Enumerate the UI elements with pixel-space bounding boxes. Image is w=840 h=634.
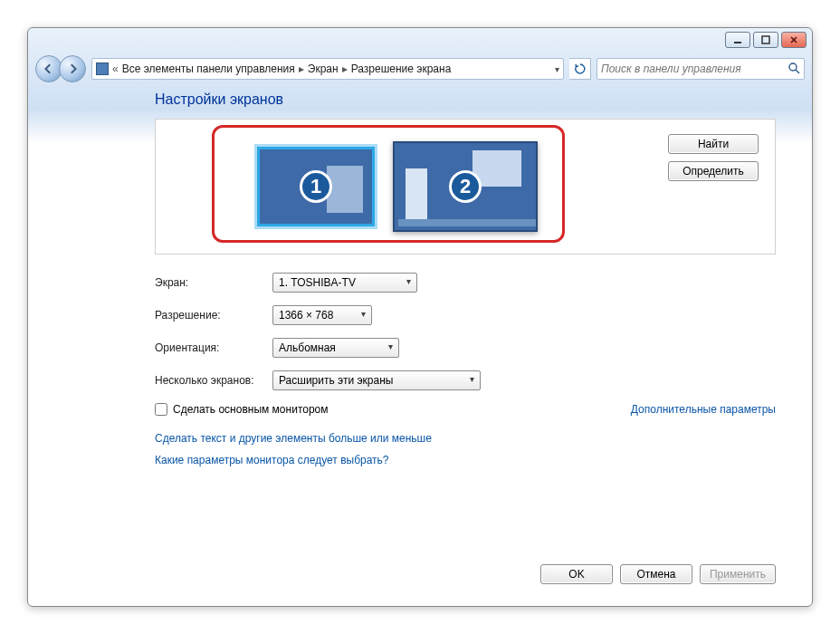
orientation-label: Ориентация: (155, 341, 272, 354)
forward-button[interactable] (59, 55, 86, 82)
orientation-row: Ориентация: Альбомная (155, 338, 776, 358)
breadcrumb[interactable]: « Все элементы панели управления ▸ Экран… (91, 58, 564, 80)
breadcrumb-item[interactable]: Все элементы панели управления (122, 62, 295, 75)
monitor-number-badge: 2 (449, 170, 482, 203)
svg-rect-0 (734, 42, 741, 43)
resolution-select-value: 1366 × 768 (279, 309, 333, 322)
text-size-link[interactable]: Сделать текст и другие элементы больше и… (155, 432, 776, 445)
maximize-button[interactable] (753, 32, 778, 48)
monitor-1[interactable]: 1 (257, 147, 375, 226)
chevron-down-icon[interactable]: ▾ (555, 64, 559, 74)
help-links: Сделать текст и другие элементы больше и… (155, 432, 776, 466)
screen-label: Экран: (155, 276, 272, 289)
screen-row: Экран: 1. TOSHIBA-TV (155, 273, 776, 293)
display-arrangement-panel: 1 2 Найти Определить (155, 119, 776, 255)
display-side-buttons: Найти Определить (639, 120, 775, 254)
page-title: Настройки экранов (155, 91, 776, 108)
resolution-select[interactable]: 1366 × 768 (272, 305, 372, 325)
dialog-buttons: OK Отмена Применить (540, 564, 776, 584)
orientation-select[interactable]: Альбомная (272, 338, 399, 358)
minimize-button[interactable] (725, 32, 750, 48)
close-button[interactable] (781, 32, 807, 48)
monitor-thumbnail-icon (406, 168, 427, 223)
svg-rect-1 (762, 36, 769, 43)
refresh-icon (574, 62, 587, 75)
primary-monitor-label: Сделать основным монитором (173, 403, 329, 416)
monitor-number-badge: 1 (300, 170, 332, 203)
monitors-canvas[interactable]: 1 2 (156, 120, 639, 254)
content-area: Настройки экранов 1 2 Найти Определить (155, 91, 776, 552)
svg-point-2 (789, 63, 797, 71)
primary-monitor-checkbox[interactable] (155, 403, 167, 416)
cancel-button[interactable]: Отмена (620, 564, 692, 584)
address-bar-row: « Все элементы панели управления ▸ Экран… (35, 55, 805, 82)
primary-monitor-row: Сделать основным монитором Дополнительны… (155, 403, 776, 416)
find-button[interactable]: Найти (668, 134, 759, 154)
close-icon (789, 35, 798, 44)
breadcrumb-prefix: « (112, 62, 119, 75)
multi-displays-select-value: Расширить эти экраны (279, 374, 393, 387)
detect-button[interactable]: Определить (668, 161, 759, 181)
arrow-right-icon (67, 63, 78, 74)
screen-select[interactable]: 1. TOSHIBA-TV (272, 273, 417, 293)
maximize-icon (761, 35, 770, 44)
orientation-select-value: Альбомная (279, 341, 336, 354)
search-box[interactable] (597, 58, 805, 80)
control-panel-icon (96, 62, 109, 75)
breadcrumb-item[interactable]: Экран (308, 62, 339, 75)
svg-line-3 (796, 70, 799, 73)
screen-resolution-window: « Все элементы панели управления ▸ Экран… (27, 27, 813, 607)
monitor-taskbar-icon (398, 219, 536, 226)
minimize-icon (733, 35, 742, 44)
chevron-right-icon: ▸ (299, 62, 304, 75)
monitor-2[interactable]: 2 (393, 141, 538, 232)
chevron-right-icon: ▸ (342, 62, 348, 75)
refresh-button[interactable] (569, 58, 591, 80)
multi-displays-row: Несколько экранов: Расширить эти экраны (155, 370, 776, 390)
arrow-left-icon (43, 63, 54, 74)
breadcrumb-item[interactable]: Разрешение экрана (351, 62, 452, 75)
search-input[interactable] (601, 62, 788, 75)
advanced-settings-link[interactable]: Дополнительные параметры (631, 403, 776, 416)
resolution-row: Разрешение: 1366 × 768 (155, 305, 776, 325)
screen-select-value: 1. TOSHIBA-TV (279, 276, 356, 289)
monitor-thumbnail-icon (327, 166, 363, 213)
settings-form: Экран: 1. TOSHIBA-TV Разрешение: 1366 × … (155, 273, 776, 466)
resolution-label: Разрешение: (155, 309, 272, 322)
search-icon (788, 62, 800, 77)
nav-buttons (35, 55, 86, 82)
multi-displays-label: Несколько экранов: (155, 374, 272, 387)
monitor-params-help-link[interactable]: Какие параметры монитора следует выбрать… (155, 454, 776, 466)
multi-displays-select[interactable]: Расширить эти экраны (272, 370, 481, 390)
apply-button[interactable]: Применить (700, 564, 776, 584)
ok-button[interactable]: OK (540, 564, 613, 584)
window-controls (725, 32, 807, 48)
